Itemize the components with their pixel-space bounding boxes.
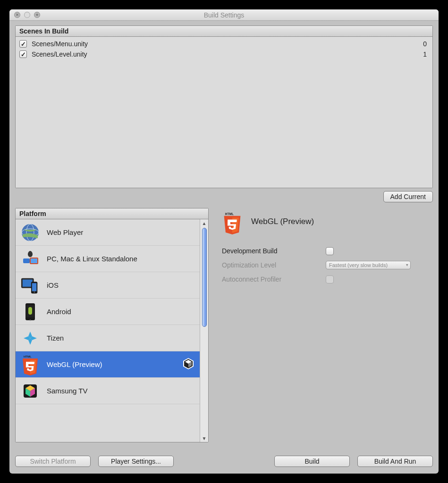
platform-standalone[interactable]: PC, Mac & Linux Standalone: [16, 246, 200, 272]
svg-rect-9: [32, 283, 37, 291]
dev-build-label: Development Build: [222, 247, 326, 255]
opt-level-select[interactable]: Fastest (very slow builds): [326, 261, 411, 269]
svg-rect-3: [23, 258, 30, 263]
minimize-icon[interactable]: [24, 12, 30, 18]
svg-rect-7: [23, 279, 33, 286]
scene-row[interactable]: Scenes/Level.unity 1: [19, 49, 429, 59]
dev-build-checkbox[interactable]: [326, 247, 334, 255]
zoom-icon[interactable]: +: [34, 12, 40, 18]
platform-label: Samsung TV: [47, 387, 87, 395]
build-button[interactable]: Build: [274, 456, 350, 467]
platform-label: Web Player: [47, 228, 83, 236]
bottom-buttons: Switch Platform Player Settings... Build…: [15, 456, 433, 467]
titlebar: × + Build Settings: [9, 9, 439, 21]
lower-section: Platform Web Player: [15, 208, 433, 442]
platform-ios[interactable]: iOS: [16, 272, 200, 299]
svg-text:HTML: HTML: [24, 355, 32, 358]
autoconnect-label: Autoconnect Profiler: [222, 275, 326, 283]
platform-details: HTML WebGL (Preview) Development Build O…: [222, 208, 433, 442]
html5-icon: HTML: [20, 355, 40, 375]
opt-level-row: Optimization Level Fastest (very slow bu…: [222, 258, 433, 272]
svg-point-13: [30, 319, 31, 321]
scenes-list[interactable]: Scenes/Menu.unity 0 Scenes/Level.unity 1: [16, 37, 432, 188]
svg-text:HTML: HTML: [225, 212, 234, 216]
scene-path: Scenes/Menu.unity: [32, 40, 88, 48]
scene-path: Scenes/Level.unity: [32, 50, 87, 58]
dev-build-row: Development Build: [222, 244, 433, 258]
platform-header: Platform: [16, 208, 208, 219]
svg-rect-5: [31, 258, 37, 263]
scrollbar[interactable]: ▲ ▼: [200, 219, 208, 442]
scroll-down-icon[interactable]: ▼: [202, 434, 207, 442]
content: Scenes In Build Scenes/Menu.unity 0 Scen…: [9, 21, 439, 474]
platform-panel: Platform Web Player: [15, 208, 209, 442]
platform-label: WebGL (Preview): [47, 360, 102, 368]
window-title: Build Settings: [9, 11, 439, 19]
tizen-icon: [20, 328, 40, 348]
spacer: [181, 456, 267, 467]
platform-android[interactable]: Android: [16, 299, 200, 325]
scene-index: 1: [423, 50, 429, 58]
platform-label: Tizen: [47, 334, 64, 342]
platform-label: PC, Mac & Linux Standalone: [47, 255, 137, 263]
switch-platform-button[interactable]: Switch Platform: [15, 456, 91, 467]
window-controls: × +: [9, 12, 40, 18]
autoconnect-checkbox: [326, 275, 334, 283]
scene-checkbox[interactable]: [19, 40, 27, 48]
svg-point-10: [34, 291, 34, 292]
samsung-tv-icon: [20, 381, 40, 401]
autoconnect-row: Autoconnect Profiler: [222, 272, 433, 286]
scroll-thumb[interactable]: [202, 228, 207, 327]
unity-icon: [182, 357, 195, 372]
platform-tizen[interactable]: Tizen: [16, 325, 200, 351]
platform-label: Android: [47, 308, 71, 316]
opt-level-label: Optimization Level: [222, 261, 326, 269]
globe-icon: [20, 223, 40, 242]
platform-web-player[interactable]: Web Player: [16, 219, 200, 246]
add-current-button[interactable]: Add Current: [383, 191, 433, 202]
build-settings-window: × + Build Settings Scenes In Build Scene…: [9, 9, 439, 474]
details-title: WebGL (Preview): [251, 217, 314, 226]
scroll-up-icon[interactable]: ▲: [202, 219, 207, 227]
platform-samsung-tv[interactable]: Samsung TV: [16, 378, 200, 404]
player-settings-button[interactable]: Player Settings...: [98, 456, 174, 467]
scenes-header: Scenes In Build: [16, 26, 432, 37]
scene-checkbox[interactable]: [19, 50, 27, 58]
details-header: HTML WebGL (Preview): [222, 211, 433, 233]
svg-point-0: [22, 224, 39, 241]
close-icon[interactable]: ×: [14, 12, 20, 18]
add-current-row: Add Current: [15, 191, 433, 202]
desktop-icon: [20, 249, 40, 269]
platform-list-wrap: Web Player PC, Mac & Linux Standalone: [16, 219, 208, 442]
scenes-panel: Scenes In Build Scenes/Menu.unity 0 Scen…: [15, 25, 433, 188]
html5-icon: HTML: [222, 211, 244, 233]
platform-list[interactable]: Web Player PC, Mac & Linux Standalone: [16, 219, 200, 442]
scene-row[interactable]: Scenes/Menu.unity 0: [19, 39, 429, 49]
build-and-run-button[interactable]: Build And Run: [357, 456, 433, 467]
ios-icon: [20, 275, 40, 295]
scenes-section: Scenes In Build Scenes/Menu.unity 0 Scen…: [15, 25, 433, 202]
platform-webgl[interactable]: HTML WebGL (Preview): [16, 351, 200, 378]
platform-label: iOS: [47, 281, 59, 289]
android-icon: [20, 302, 40, 322]
scene-index: 0: [423, 40, 429, 48]
